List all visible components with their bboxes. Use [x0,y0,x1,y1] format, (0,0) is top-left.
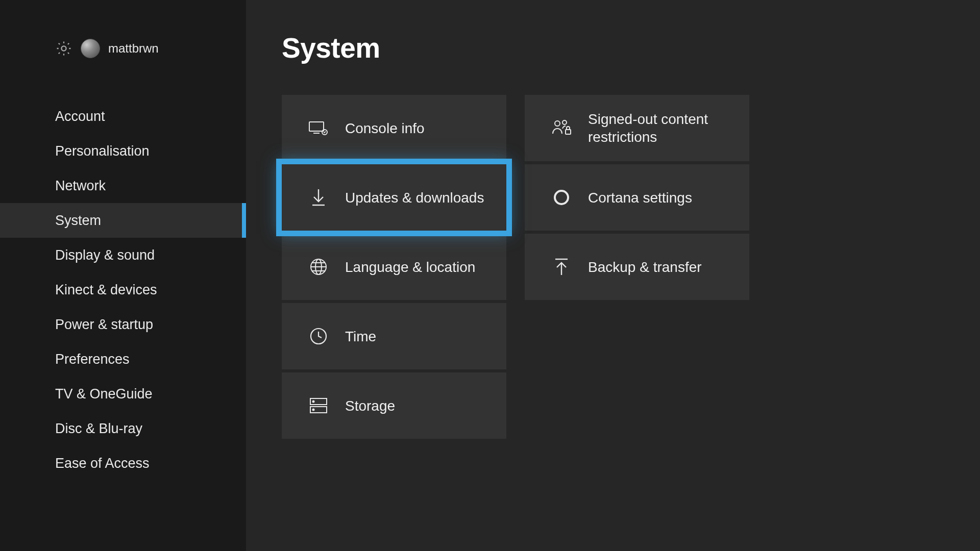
circle-icon [551,187,572,208]
sidebar-item-label: Display & sound [55,247,155,263]
sidebar-item-ease-of-access[interactable]: Ease of Access [0,446,246,481]
clock-icon [308,326,329,346]
tile-updates-downloads[interactable]: Updates & downloads [282,164,506,231]
sidebar: mattbrwn Account Personalisation Network… [0,0,246,551]
tile-storage[interactable]: Storage [282,372,506,439]
tile-label: Updates & downloads [345,189,494,207]
sidebar-item-tv-oneguide[interactable]: TV & OneGuide [0,377,246,411]
globe-icon [308,257,329,277]
avatar[interactable] [81,39,100,58]
sidebar-item-label: Disc & Blu-ray [55,421,142,437]
tile-label: Signed-out content restrictions [588,110,749,146]
sidebar-item-label: Network [55,178,106,194]
tile-label: Backup & transfer [588,258,712,276]
sidebar-item-system[interactable]: System [0,203,246,238]
sidebar-item-label: Ease of Access [55,456,150,471]
sidebar-item-disc-bluray[interactable]: Disc & Blu-ray [0,411,246,446]
tile-signed-out-restrictions[interactable]: Signed-out content restrictions [525,95,749,161]
sidebar-item-label: Account [55,109,105,124]
tile-column-2: Signed-out content restrictions Cortana … [525,95,749,439]
sidebar-item-label: Personalisation [55,143,150,159]
svg-point-17 [555,191,568,204]
svg-point-13 [313,409,314,411]
svg-point-15 [562,120,567,124]
sidebar-item-personalisation[interactable]: Personalisation [0,134,246,168]
page-title: System [282,32,980,64]
tile-cortana-settings[interactable]: Cortana settings [525,164,749,231]
svg-point-0 [61,46,66,51]
people-lock-icon [551,118,572,138]
tile-time[interactable]: Time [282,303,506,369]
svg-point-12 [313,401,314,403]
tile-console-info[interactable]: Console info [282,95,506,161]
sidebar-item-account[interactable]: Account [0,99,246,134]
svg-rect-16 [566,130,571,134]
sidebar-item-display-sound[interactable]: Display & sound [0,238,246,272]
upload-icon [551,257,572,277]
tile-backup-transfer[interactable]: Backup & transfer [525,234,749,300]
svg-point-14 [555,121,560,126]
sidebar-item-label: Kinect & devices [55,282,157,298]
svg-rect-1 [309,122,324,131]
sidebar-item-label: TV & OneGuide [55,386,153,402]
username: mattbrwn [108,41,159,56]
sidebar-item-power-startup[interactable]: Power & startup [0,307,246,342]
sidebar-item-network[interactable]: Network [0,168,246,203]
main-content: System Console info [246,0,980,551]
tile-label: Cortana settings [588,189,702,207]
tile-column-1: Console info Updates & downloads [282,95,506,439]
tile-label: Language & location [345,258,485,276]
download-icon [308,187,329,208]
sidebar-item-label: Preferences [55,352,130,367]
sidebar-item-kinect-devices[interactable]: Kinect & devices [0,272,246,307]
sidebar-item-label: System [55,213,101,229]
sidebar-header: mattbrwn [0,39,246,58]
tile-label: Console info [345,119,435,137]
console-info-icon [308,118,329,138]
tiles-container: Console info Updates & downloads [282,95,980,439]
sidebar-item-preferences[interactable]: Preferences [0,342,246,377]
storage-icon [308,395,329,416]
sidebar-item-label: Power & startup [55,317,153,333]
gear-icon[interactable] [55,40,72,57]
sidebar-items: Account Personalisation Network System D… [0,99,246,481]
tile-language-location[interactable]: Language & location [282,234,506,300]
tile-label: Time [345,328,386,345]
tile-label: Storage [345,397,405,415]
